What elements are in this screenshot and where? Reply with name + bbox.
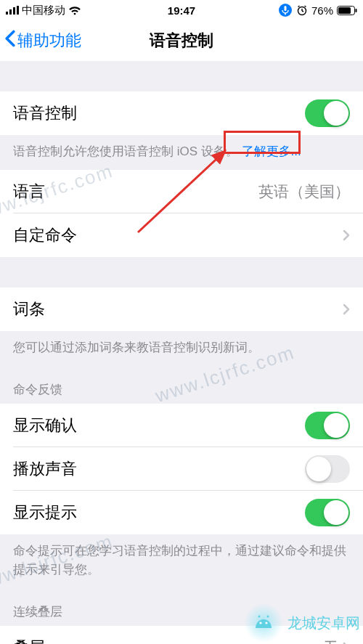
feedback-header: 命令反馈 [0,365,363,404]
svg-rect-3 [17,6,19,15]
nav-bar: 辅助功能 语音控制 [0,20,363,61]
wifi-icon [68,6,81,15]
row-language[interactable]: 语言 英语（美国） [0,170,363,213]
svg-point-16 [258,616,261,618]
row-custom-commands[interactable]: 自定命令 [0,213,363,257]
terms-footer: 您可以通过添加词条来教语音控制识别新词。 [0,331,363,366]
svg-line-9 [302,11,303,12]
battery-icon [337,6,357,15]
svg-rect-5 [284,6,286,11]
chevron-right-icon [343,303,350,315]
corner-brand: 龙城安卓网 [244,603,360,643]
svg-rect-1 [9,9,12,15]
show-hints-label: 显示提示 [13,502,77,523]
overlay-label: 叠层 [13,637,45,644]
section-voice-control: 语音控制 [0,91,363,135]
row-show-hints[interactable]: 显示提示 [0,491,363,534]
svg-rect-13 [338,7,351,14]
section-feedback: 显示确认 播放声音 显示提示 [0,404,363,534]
terms-label: 词条 [13,298,45,320]
row-play-sound[interactable]: 播放声音 [0,447,363,491]
language-value: 英语（美国） [258,182,350,202]
alarm-icon [296,4,308,16]
status-time: 19:47 [168,4,195,17]
show-confirm-toggle[interactable] [305,412,350,439]
section-terms: 词条 [0,288,363,331]
svg-rect-14 [356,9,357,12]
row-terms[interactable]: 词条 [0,288,363,331]
brand-label: 龙城安卓网 [287,614,360,633]
status-bar: 中国移动 19:47 76% [0,0,363,20]
svg-rect-0 [6,12,8,15]
back-button[interactable]: 辅助功能 [0,30,81,52]
back-label: 辅助功能 [17,30,81,52]
show-confirm-label: 显示确认 [13,415,77,436]
custom-commands-label: 自定命令 [13,224,77,246]
chevron-left-icon [4,30,16,52]
play-sound-toggle[interactable] [305,455,350,483]
svg-point-17 [267,616,269,618]
voice-control-label: 语音控制 [13,102,77,124]
svg-line-11 [304,6,306,7]
battery-percent: 76% [311,4,333,17]
signal-icon [6,6,19,15]
section-language-commands: 语言 英语（美国） 自定命令 [0,170,363,257]
svg-point-19 [265,621,267,624]
feedback-footer: 命令提示可在您学习语音控制的过程中，通过建议命令和提供提示来引导您。 [0,534,363,587]
brand-icon [244,603,283,643]
show-hints-toggle[interactable] [305,499,350,526]
row-voice-control[interactable]: 语音控制 [0,91,363,135]
carrier-label: 中国移动 [22,4,65,17]
voice-control-footer: 语音控制允许您使用语音控制 iOS 设备。 了解更多... [0,135,363,170]
chevron-right-icon [343,229,350,241]
svg-rect-2 [13,7,15,15]
svg-point-18 [259,621,261,624]
row-show-confirm[interactable]: 显示确认 [0,404,363,447]
language-label: 语言 [13,181,45,203]
svg-line-10 [298,6,299,7]
play-sound-label: 播放声音 [13,458,77,480]
learn-more-link[interactable]: 了解更多... [242,144,301,158]
voice-control-status-icon [278,3,293,17]
voice-control-toggle[interactable] [305,99,350,127]
